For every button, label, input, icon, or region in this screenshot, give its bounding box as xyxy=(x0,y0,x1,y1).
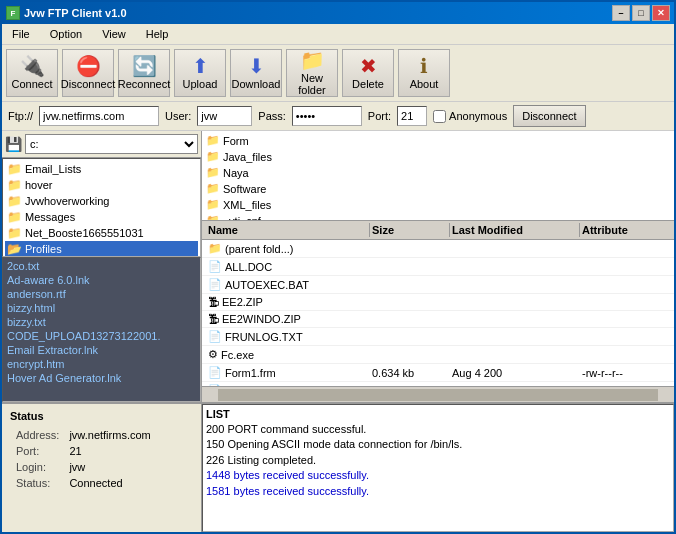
cell-size xyxy=(370,329,450,344)
table-row[interactable]: 🗜EE2WINDO.ZIP xyxy=(202,311,674,328)
port-input[interactable] xyxy=(397,106,427,126)
folder-icon: 📁 xyxy=(7,210,22,224)
cell-modified xyxy=(450,259,580,274)
drive-icon: 💾 xyxy=(5,136,22,152)
tree-item-net-boost[interactable]: 📁 Net_Booste1665551031 xyxy=(5,225,198,241)
remote-folder-naya[interactable]: 📁 Naya xyxy=(204,165,672,180)
local-file-list[interactable]: 2co.txt Ad-aware 6.0.lnk anderson.rtf bi… xyxy=(2,257,201,402)
anonymous-label: Anonymous xyxy=(449,110,507,122)
file-icon: 🗜 xyxy=(208,296,219,308)
anonymous-checkbox[interactable] xyxy=(433,110,446,123)
folder-icon: 📁 xyxy=(206,150,220,163)
minimize-button[interactable]: – xyxy=(612,5,630,21)
folder-icon: 📁 xyxy=(7,162,22,176)
newfolder-button[interactable]: 📁 New folder xyxy=(286,49,338,97)
table-row[interactable]: 📄AUTOEXEC.BAT xyxy=(202,276,674,294)
connect-button[interactable]: 🔌 Connect xyxy=(6,49,58,97)
tree-item-hover[interactable]: 📁 hover xyxy=(5,177,198,193)
table-row[interactable]: 📁(parent fold...) xyxy=(202,240,674,258)
cell-modified xyxy=(450,347,580,362)
list-item[interactable]: bizzy.txt xyxy=(4,315,199,329)
list-item[interactable]: Ad-aware 6.0.lnk xyxy=(4,273,199,287)
directory-tree[interactable]: 📁 Email_Lists 📁 hover 📁 Jvwhoverworking … xyxy=(2,158,201,257)
upload-button[interactable]: ⬆ Upload xyxy=(174,49,226,97)
remote-file-area: Name Size Last Modified Attribute 📁(pare… xyxy=(202,221,674,402)
cell-size xyxy=(370,259,450,274)
list-item[interactable]: CODE_UPLOAD13273122001. xyxy=(4,329,199,343)
disconnect-icon: ⛔ xyxy=(76,56,101,76)
title-bar: F Jvw FTP Client v1.0 – □ ✕ xyxy=(2,2,674,24)
remote-folder-vti[interactable]: 📁 _vti_cnf xyxy=(204,213,672,221)
menu-option[interactable]: Option xyxy=(44,26,88,42)
cell-name: ⚙Fc.exe xyxy=(206,347,370,362)
remote-folder-software[interactable]: 📁 Software xyxy=(204,181,672,196)
reconnect-button[interactable]: 🔄 Reconnect xyxy=(118,49,170,97)
cell-attr xyxy=(580,329,670,344)
horizontal-scrollbar[interactable] xyxy=(202,386,674,402)
folder-icon: 📁 xyxy=(7,194,22,208)
address-bar: Ftp:// User: Pass: Port: Anonymous Disco… xyxy=(2,102,674,131)
tree-item-jvwhoverwrk[interactable]: 📁 Jvwhoverworking xyxy=(5,193,198,209)
list-item[interactable]: bizzy.html xyxy=(4,301,199,315)
list-item[interactable]: Hover Ad Generator.lnk xyxy=(4,371,199,385)
user-label: User: xyxy=(165,110,191,122)
table-row[interactable]: 📄Form1.frm 0.634 kb Aug 4 200 -rw-r--r-- xyxy=(202,364,674,382)
host-input[interactable] xyxy=(39,106,159,126)
newfolder-icon: 📁 xyxy=(300,50,325,70)
login-label: Login: xyxy=(12,460,63,474)
download-button[interactable]: ⬇ Download xyxy=(230,49,282,97)
port-label: Port: xyxy=(12,444,63,458)
list-item[interactable]: 2co.txt xyxy=(4,259,199,273)
cell-modified xyxy=(450,295,580,309)
pass-input[interactable] xyxy=(292,106,362,126)
cell-modified xyxy=(450,312,580,326)
remote-file-table[interactable]: 📁(parent fold...) 📄ALL.DOC 📄AUTOEXEC.BAT xyxy=(202,240,674,386)
folder-icon: 📁 xyxy=(206,182,220,195)
table-row[interactable]: 🗜EE2.ZIP xyxy=(202,294,674,311)
cell-name: 📄AUTOEXEC.BAT xyxy=(206,277,370,292)
cell-modified xyxy=(450,329,580,344)
file-icon: 📄 xyxy=(208,366,222,379)
delete-icon: ✖ xyxy=(360,56,377,76)
user-input[interactable] xyxy=(197,106,252,126)
connect-label: Connect xyxy=(12,78,53,90)
remote-folder-list[interactable]: 📁 Form 📁 Java_files 📁 Naya 📁 Software 📁 xyxy=(202,131,674,221)
port-label: Port: xyxy=(368,110,391,122)
cell-size xyxy=(370,277,450,292)
maximize-button[interactable]: □ xyxy=(632,5,650,21)
reconnect-label: Reconnect xyxy=(118,78,171,90)
list-item[interactable]: encrypt.htm xyxy=(4,357,199,371)
folder-icon: 📁 xyxy=(206,166,220,179)
remote-folder-xml[interactable]: 📁 XML_files xyxy=(204,197,672,212)
window-controls: – □ ✕ xyxy=(612,5,670,21)
table-row[interactable]: 📄ALL.DOC xyxy=(202,258,674,276)
file-icon: 🗜 xyxy=(208,313,219,325)
disconnect-addr-button[interactable]: Disconnect xyxy=(513,105,585,127)
list-item[interactable]: Email Extractor.lnk xyxy=(4,343,199,357)
table-row[interactable]: 📄FRUNLOG.TXT xyxy=(202,328,674,346)
close-button[interactable]: ✕ xyxy=(652,5,670,21)
port-value: 21 xyxy=(65,444,154,458)
menu-view[interactable]: View xyxy=(96,26,132,42)
cell-name: 📄FRUNLOG.TXT xyxy=(206,329,370,344)
disconnect-button[interactable]: ⛔ Disconnect xyxy=(62,49,114,97)
anonymous-check-container: Anonymous xyxy=(433,110,507,123)
status-area: Status Address: jvw.netfirms.com Port: 2… xyxy=(2,402,674,532)
remote-folder-form[interactable]: 📁 Form xyxy=(204,133,672,148)
delete-button[interactable]: ✖ Delete xyxy=(342,49,394,97)
status-info-panel: Status Address: jvw.netfirms.com Port: 2… xyxy=(2,404,202,532)
col-attr: Attribute xyxy=(580,223,670,237)
drive-dropdown[interactable]: c: xyxy=(25,134,198,154)
status-header: Status xyxy=(10,410,193,422)
table-row[interactable]: ⚙Fc.exe xyxy=(202,346,674,364)
tree-item-profiles[interactable]: 📂 Profiles xyxy=(5,241,198,257)
about-button[interactable]: ℹ About xyxy=(398,49,450,97)
log-title: LIST xyxy=(206,408,670,420)
tree-item-email-lists[interactable]: 📁 Email_Lists xyxy=(5,161,198,177)
list-item[interactable]: anderson.rtf xyxy=(4,287,199,301)
tree-item-messages[interactable]: 📁 Messages xyxy=(5,209,198,225)
cell-name: 🗜EE2WINDO.ZIP xyxy=(206,312,370,326)
menu-file[interactable]: File xyxy=(6,26,36,42)
menu-help[interactable]: Help xyxy=(140,26,175,42)
remote-folder-java[interactable]: 📁 Java_files xyxy=(204,149,672,164)
